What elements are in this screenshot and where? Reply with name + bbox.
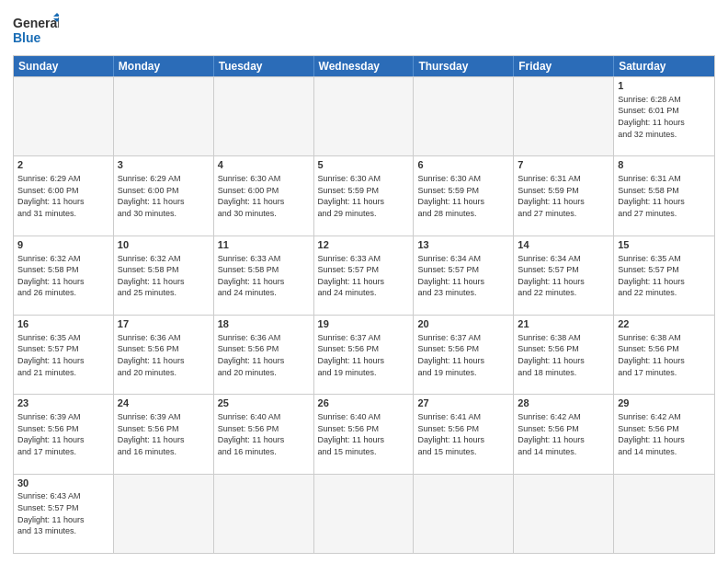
cell-info: Sunrise: 6:33 AM Sunset: 5:58 PM Dayligh… — [218, 253, 310, 299]
calendar-cell: 24Sunrise: 6:39 AM Sunset: 5:56 PM Dayli… — [114, 395, 214, 473]
calendar-cell — [114, 475, 214, 553]
calendar-cell: 10Sunrise: 6:32 AM Sunset: 5:58 PM Dayli… — [114, 236, 214, 315]
calendar-week-5: 30Sunrise: 6:43 AM Sunset: 5:57 PM Dayli… — [14, 474, 714, 553]
cell-info: Sunrise: 6:29 AM Sunset: 6:00 PM Dayligh… — [118, 173, 210, 219]
svg-text:Blue: Blue — [13, 30, 41, 45]
day-number: 12 — [318, 238, 410, 252]
calendar-week-0: 1Sunrise: 6:28 AM Sunset: 6:01 PM Daylig… — [14, 76, 714, 155]
calendar-cell: 9Sunrise: 6:32 AM Sunset: 5:58 PM Daylig… — [14, 236, 114, 315]
calendar-cell: 22Sunrise: 6:38 AM Sunset: 5:56 PM Dayli… — [614, 316, 714, 394]
day-number: 2 — [17, 158, 109, 172]
calendar-cell: 26Sunrise: 6:40 AM Sunset: 5:56 PM Dayli… — [314, 395, 415, 473]
calendar-cell: 2Sunrise: 6:29 AM Sunset: 6:00 PM Daylig… — [14, 156, 114, 235]
day-number: 19 — [318, 317, 410, 331]
calendar-cell: 4Sunrise: 6:30 AM Sunset: 6:00 PM Daylig… — [214, 156, 314, 235]
cell-info: Sunrise: 6:37 AM Sunset: 5:56 PM Dayligh… — [417, 332, 509, 378]
calendar-cell — [214, 475, 314, 553]
day-number: 15 — [618, 238, 711, 252]
day-number: 28 — [518, 396, 609, 410]
calendar-cell — [414, 475, 514, 553]
day-number: 17 — [118, 317, 210, 331]
cell-info: Sunrise: 6:30 AM Sunset: 5:59 PM Dayligh… — [318, 173, 410, 219]
calendar-header-sunday: Sunday — [14, 56, 114, 76]
cell-info: Sunrise: 6:30 AM Sunset: 5:59 PM Dayligh… — [417, 173, 509, 219]
cell-info: Sunrise: 6:42 AM Sunset: 5:56 PM Dayligh… — [618, 411, 711, 457]
day-number: 3 — [118, 158, 210, 172]
cell-info: Sunrise: 6:28 AM Sunset: 6:01 PM Dayligh… — [618, 94, 711, 140]
cell-info: Sunrise: 6:31 AM Sunset: 5:58 PM Dayligh… — [618, 173, 711, 219]
calendar-cell: 18Sunrise: 6:36 AM Sunset: 5:56 PM Dayli… — [214, 316, 314, 394]
calendar-cell: 27Sunrise: 6:41 AM Sunset: 5:56 PM Dayli… — [414, 395, 514, 473]
calendar-cell — [114, 77, 214, 155]
day-number: 22 — [618, 317, 711, 331]
cell-info: Sunrise: 6:36 AM Sunset: 5:56 PM Dayligh… — [218, 332, 310, 378]
cell-info: Sunrise: 6:30 AM Sunset: 6:00 PM Dayligh… — [218, 173, 310, 219]
day-number: 10 — [118, 238, 210, 252]
cell-info: Sunrise: 6:40 AM Sunset: 5:56 PM Dayligh… — [218, 411, 310, 457]
calendar-header-row: SundayMondayTuesdayWednesdayThursdayFrid… — [14, 56, 714, 76]
cell-info: Sunrise: 6:38 AM Sunset: 5:56 PM Dayligh… — [518, 332, 609, 378]
day-number: 26 — [318, 396, 410, 410]
day-number: 16 — [17, 317, 109, 331]
calendar-cell: 12Sunrise: 6:33 AM Sunset: 5:57 PM Dayli… — [314, 236, 415, 315]
day-number: 25 — [218, 396, 310, 410]
day-number: 11 — [218, 238, 310, 252]
calendar-cell: 15Sunrise: 6:35 AM Sunset: 5:57 PM Dayli… — [614, 236, 714, 315]
cell-info: Sunrise: 6:37 AM Sunset: 5:56 PM Dayligh… — [318, 332, 410, 378]
day-number: 1 — [618, 79, 711, 93]
calendar-cell: 16Sunrise: 6:35 AM Sunset: 5:57 PM Dayli… — [14, 316, 114, 394]
calendar-cell: 14Sunrise: 6:34 AM Sunset: 5:57 PM Dayli… — [514, 236, 614, 315]
calendar-cell: 5Sunrise: 6:30 AM Sunset: 5:59 PM Daylig… — [314, 156, 415, 235]
calendar-cell: 23Sunrise: 6:39 AM Sunset: 5:56 PM Dayli… — [14, 395, 114, 473]
calendar-header-thursday: Thursday — [414, 56, 514, 76]
cell-info: Sunrise: 6:36 AM Sunset: 5:56 PM Dayligh… — [118, 332, 210, 378]
cell-info: Sunrise: 6:38 AM Sunset: 5:56 PM Dayligh… — [618, 332, 711, 378]
day-number: 20 — [417, 317, 509, 331]
calendar-cell: 13Sunrise: 6:34 AM Sunset: 5:57 PM Dayli… — [414, 236, 514, 315]
calendar-body: 1Sunrise: 6:28 AM Sunset: 6:01 PM Daylig… — [14, 76, 714, 553]
day-number: 27 — [417, 396, 509, 410]
calendar-cell — [314, 475, 415, 553]
svg-text:General: General — [13, 16, 59, 30]
calendar-cell: 30Sunrise: 6:43 AM Sunset: 5:57 PM Dayli… — [14, 475, 114, 553]
calendar-cell: 20Sunrise: 6:37 AM Sunset: 5:56 PM Dayli… — [414, 316, 514, 394]
calendar-cell: 21Sunrise: 6:38 AM Sunset: 5:56 PM Dayli… — [514, 316, 614, 394]
day-number: 23 — [17, 396, 109, 410]
cell-info: Sunrise: 6:39 AM Sunset: 5:56 PM Dayligh… — [17, 411, 109, 457]
cell-info: Sunrise: 6:32 AM Sunset: 5:58 PM Dayligh… — [17, 253, 109, 299]
day-number: 30 — [17, 477, 109, 490]
page: General Blue SundayMondayTuesdayWednesda… — [0, 0, 728, 563]
cell-info: Sunrise: 6:33 AM Sunset: 5:57 PM Dayligh… — [318, 253, 410, 299]
cell-info: Sunrise: 6:35 AM Sunset: 5:57 PM Dayligh… — [618, 253, 711, 299]
calendar-cell: 7Sunrise: 6:31 AM Sunset: 5:59 PM Daylig… — [514, 156, 614, 235]
calendar-cell: 6Sunrise: 6:30 AM Sunset: 5:59 PM Daylig… — [414, 156, 514, 235]
logo: General Blue — [13, 13, 59, 50]
cell-info: Sunrise: 6:31 AM Sunset: 5:59 PM Dayligh… — [518, 173, 609, 219]
cell-info: Sunrise: 6:43 AM Sunset: 5:57 PM Dayligh… — [17, 490, 109, 536]
calendar: SundayMondayTuesdayWednesdayThursdayFrid… — [13, 55, 715, 554]
calendar-cell — [514, 77, 614, 155]
day-number: 14 — [518, 238, 609, 252]
cell-info: Sunrise: 6:35 AM Sunset: 5:57 PM Dayligh… — [17, 332, 109, 378]
calendar-cell — [614, 475, 714, 553]
calendar-cell: 28Sunrise: 6:42 AM Sunset: 5:56 PM Dayli… — [514, 395, 614, 473]
cell-info: Sunrise: 6:40 AM Sunset: 5:56 PM Dayligh… — [318, 411, 410, 457]
calendar-cell: 19Sunrise: 6:37 AM Sunset: 5:56 PM Dayli… — [314, 316, 415, 394]
cell-info: Sunrise: 6:41 AM Sunset: 5:56 PM Dayligh… — [417, 411, 509, 457]
svg-marker-2 — [53, 13, 59, 17]
calendar-cell — [314, 77, 415, 155]
calendar-cell: 17Sunrise: 6:36 AM Sunset: 5:56 PM Dayli… — [114, 316, 214, 394]
calendar-cell — [14, 77, 114, 155]
day-number: 8 — [618, 158, 711, 172]
cell-info: Sunrise: 6:39 AM Sunset: 5:56 PM Dayligh… — [118, 411, 210, 457]
header: General Blue — [13, 9, 715, 50]
calendar-cell: 11Sunrise: 6:33 AM Sunset: 5:58 PM Dayli… — [214, 236, 314, 315]
calendar-cell: 8Sunrise: 6:31 AM Sunset: 5:58 PM Daylig… — [614, 156, 714, 235]
day-number: 7 — [518, 158, 609, 172]
cell-info: Sunrise: 6:32 AM Sunset: 5:58 PM Dayligh… — [118, 253, 210, 299]
cell-info: Sunrise: 6:34 AM Sunset: 5:57 PM Dayligh… — [417, 253, 509, 299]
calendar-cell — [214, 77, 314, 155]
calendar-cell: 29Sunrise: 6:42 AM Sunset: 5:56 PM Dayli… — [614, 395, 714, 473]
calendar-week-3: 16Sunrise: 6:35 AM Sunset: 5:57 PM Dayli… — [14, 315, 714, 394]
calendar-header-saturday: Saturday — [614, 56, 714, 76]
